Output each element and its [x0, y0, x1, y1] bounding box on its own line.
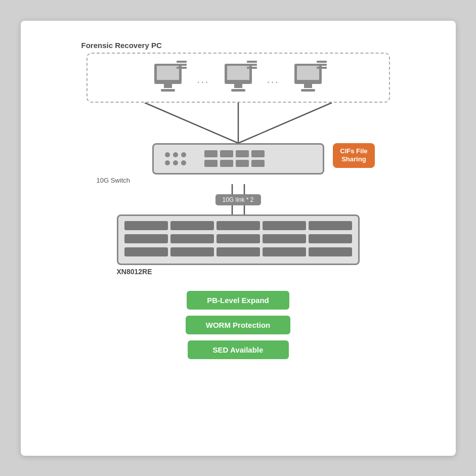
pc-icon-3 [294, 64, 322, 92]
svg-line-2 [238, 103, 332, 143]
monitor-3 [294, 64, 322, 84]
link-label: 10G link * 2 [215, 194, 261, 205]
monitor-1 [154, 64, 182, 84]
pc-group-left [154, 64, 182, 92]
pc-group-center [225, 64, 252, 92]
pc-icon-2 [225, 64, 252, 92]
ellipsis-1: ... [197, 73, 209, 86]
cifs-badge: CIFs File Sharing [333, 143, 374, 168]
docs-icon-2 [247, 61, 257, 69]
feature-badges: PB-Level Expand WORM Protection SED Avai… [186, 291, 291, 359]
nas-section: XN8012RE [86, 214, 390, 276]
forensic-pc-container: ... ... [86, 53, 390, 103]
switch-box [152, 143, 324, 175]
pc-icon-1 [154, 64, 182, 92]
svg-line-0 [145, 103, 238, 143]
badge-sed: SED Available [188, 340, 289, 359]
main-card: Forensic Recovery PC ... [21, 21, 456, 456]
connection-lines-pc-switch [86, 103, 390, 143]
forensic-label: Forensic Recovery PC [81, 41, 162, 50]
docs-icon-3 [317, 61, 327, 69]
switch-ports [204, 150, 265, 167]
switch-label: 10G Switch [97, 177, 130, 184]
switch-dots [165, 152, 186, 165]
docs-icon-1 [177, 61, 187, 69]
badge-pb-level: PB-Level Expand [187, 291, 289, 310]
badge-worm: WORM Protection [186, 316, 291, 334]
ellipsis-2: ... [267, 73, 279, 86]
monitor-2 [225, 64, 252, 84]
switch-section: CIFs File Sharing [86, 143, 390, 184]
nas-box [117, 214, 360, 265]
pc-group-right [294, 64, 322, 92]
nas-label: XN8012RE [117, 268, 152, 276]
link-lines-section: 10G link * 2 [86, 184, 390, 214]
